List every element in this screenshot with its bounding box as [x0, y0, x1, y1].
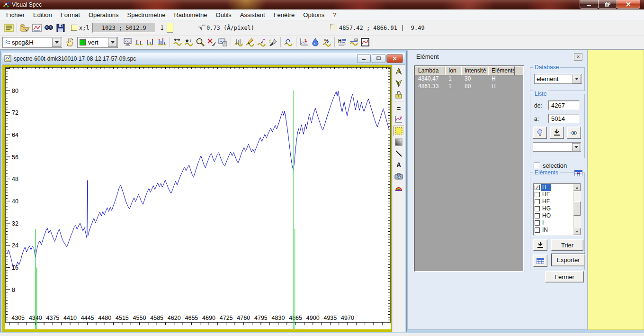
divide-icon[interactable]: %: [321, 36, 332, 48]
text-icon[interactable]: A: [394, 160, 404, 170]
menu-item-outils[interactable]: Outils: [212, 10, 236, 20]
droplet-icon[interactable]: [310, 36, 321, 48]
element-list-item[interactable]: HG: [534, 205, 573, 212]
minimize-button[interactable]: [580, 0, 599, 9]
table-row[interactable]: 4861.33180H: [415, 83, 523, 91]
fermer-button[interactable]: Fermer: [545, 271, 584, 282]
element-list-item[interactable]: HO: [534, 212, 573, 219]
checkbox[interactable]: [535, 220, 540, 226]
column-header[interactable]: Lambda: [415, 66, 445, 75]
menu-item-assistant[interactable]: Assistant: [236, 10, 269, 20]
child-close-button[interactable]: [386, 54, 403, 63]
element-list-item[interactable]: IN: [534, 227, 573, 234]
zoom-icon[interactable]: [195, 36, 206, 48]
open-profile-icon[interactable]: [19, 22, 31, 34]
load-list-button[interactable]: [550, 127, 564, 139]
menu-item-options[interactable]: Options: [299, 10, 329, 20]
scroll-down-icon[interactable]: ▼: [573, 228, 581, 235]
chevron-down-icon[interactable]: [108, 38, 117, 47]
pick-point-icon[interactable]: [256, 36, 267, 48]
scroll-up-icon[interactable]: ▲: [573, 184, 581, 191]
checkbox[interactable]: [535, 206, 540, 211]
element-list-item[interactable]: ✓H: [534, 184, 573, 191]
lines-table[interactable]: LambdaIonIntensitéEléments 4340.47130H48…: [414, 65, 524, 272]
lock-icon[interactable]: [394, 89, 404, 100]
checkbox[interactable]: ✓: [535, 185, 540, 190]
scroll-thumb[interactable]: [573, 201, 581, 216]
baseline-icon[interactable]: [348, 36, 359, 48]
de-field[interactable]: [548, 100, 580, 110]
gradient-icon[interactable]: [394, 137, 404, 147]
element-list-item[interactable]: I: [534, 219, 573, 227]
column-header[interactable]: Intensité: [461, 66, 488, 75]
close-button[interactable]: [617, 0, 640, 9]
column-header[interactable]: Eléments: [488, 66, 515, 75]
rainbow-icon[interactable]: [394, 182, 404, 193]
series-c-icon[interactable]: c: [394, 114, 404, 125]
child-minimize-button[interactable]: [357, 54, 371, 63]
column-header[interactable]: Ion: [445, 66, 461, 75]
draw-line-icon[interactable]: [244, 36, 256, 48]
menu-item-fentre[interactable]: Fenêtre: [269, 10, 299, 20]
peaks-low-icon[interactable]: [134, 36, 145, 48]
profile-window-icon[interactable]: [359, 36, 371, 48]
arrow-up-icon[interactable]: [394, 66, 404, 77]
shift-curve-icon[interactable]: [172, 36, 183, 48]
checkbox[interactable]: [535, 192, 540, 197]
table-view-button[interactable]: [533, 254, 547, 267]
scroll-track[interactable]: [573, 191, 581, 228]
spectrum-chart[interactable]: 8162432404856647280430543404375441044454…: [5, 67, 391, 329]
screen-copy-icon[interactable]: [217, 36, 229, 48]
display-icon[interactable]: [122, 36, 134, 48]
table-row[interactable]: 4340.47130H: [415, 75, 523, 83]
line-icon[interactable]: [394, 148, 404, 159]
graph-window-icon[interactable]: [31, 22, 43, 34]
chevron-down-icon[interactable]: [572, 75, 581, 83]
line-combo[interactable]: [533, 142, 581, 152]
menu-item-?[interactable]: ?: [329, 10, 340, 20]
view-button[interactable]: [567, 127, 581, 139]
multi-line-icon[interactable]: [233, 36, 244, 48]
menu-item-spectromtrie[interactable]: Spectrométrie: [123, 10, 170, 20]
cursor-position-field[interactable]: 1023 ; 5012.9: [92, 23, 156, 33]
fill-select-icon[interactable]: [394, 126, 404, 136]
profile-combo[interactable]: spcg&H: [2, 37, 62, 48]
child-restore-button[interactable]: [372, 54, 385, 63]
brush-icon[interactable]: [267, 36, 278, 48]
delete-curve-icon[interactable]: [206, 36, 217, 48]
restore-button[interactable]: [598, 0, 617, 9]
trier-button[interactable]: Trier: [551, 239, 583, 251]
menu-item-oprations[interactable]: Opérations: [84, 10, 123, 20]
equals-icon[interactable]: =: [394, 103, 404, 113]
close-icon[interactable]: ✕: [574, 53, 582, 61]
database-combo[interactable]: element: [534, 74, 582, 84]
apply-elements-button[interactable]: [533, 239, 547, 251]
search-icon[interactable]: [43, 22, 54, 34]
peaks-mid-icon[interactable]: [145, 36, 156, 48]
checkbox[interactable]: [535, 227, 540, 233]
profile-list-icon[interactable]: [3, 22, 15, 34]
xy-checkbox[interactable]: [71, 25, 77, 31]
exporter-button[interactable]: Exporter: [551, 254, 585, 266]
menu-item-edition[interactable]: Edition: [29, 10, 56, 20]
peaks-high-icon[interactable]: [156, 36, 168, 48]
grid-icon[interactable]: [574, 170, 582, 176]
element-list-item[interactable]: HE: [534, 191, 573, 198]
normalize-icon[interactable]: 1: [298, 36, 310, 48]
save-icon[interactable]: [54, 22, 66, 34]
element-table-icon[interactable]: H: [337, 36, 348, 48]
chevron-down-icon[interactable]: [572, 143, 580, 151]
scrollbar[interactable]: ▲ ▼: [573, 184, 581, 235]
offset-curve-icon[interactable]: t: [183, 36, 195, 48]
identify-button[interactable]: [533, 127, 547, 139]
replay-icon[interactable]: [283, 36, 294, 48]
menu-item-format[interactable]: Format: [56, 10, 84, 20]
color-combo[interactable]: vert: [77, 37, 118, 48]
camera-icon[interactable]: [394, 171, 404, 182]
chevron-down-icon[interactable]: [52, 38, 61, 47]
a-field[interactable]: [548, 114, 580, 123]
checkbox[interactable]: [535, 213, 540, 218]
spectrum-window-titlebar[interactable]: spectre-600t-dmk310010 17-08-12 17-57-09…: [2, 53, 405, 65]
hand-pointer-icon[interactable]: [64, 36, 75, 48]
menu-item-fichier[interactable]: Fichier: [2, 10, 29, 20]
